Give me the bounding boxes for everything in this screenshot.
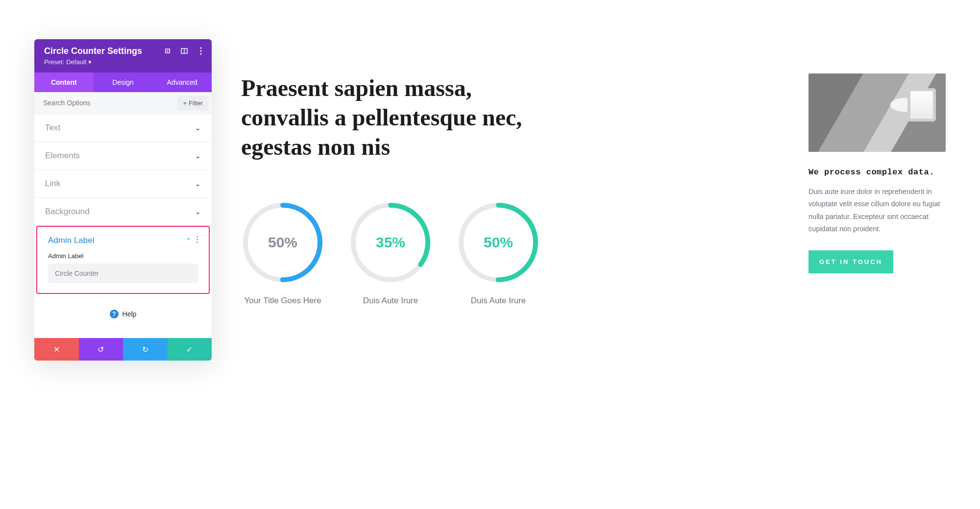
section-background[interactable]: Background ⌄: [34, 198, 212, 226]
preset-prefix: Preset:: [44, 58, 64, 66]
section-label: Link: [45, 179, 60, 189]
admin-label-input[interactable]: [48, 264, 198, 283]
get-in-touch-button[interactable]: GET IN TOUCH: [808, 250, 893, 273]
tab-advanced[interactable]: Advanced: [152, 73, 212, 92]
chevron-down-icon: ⌄: [195, 180, 201, 188]
svg-point-7: [196, 236, 198, 238]
filter-button[interactable]: + Filter: [177, 96, 209, 111]
redo-icon: ↻: [142, 345, 148, 354]
section-admin-label: Admin Label ⌃ Admin Label: [36, 226, 210, 294]
counter-value: 50%: [457, 201, 540, 284]
counter-ring: 35%: [349, 201, 432, 284]
settings-panel: Circle Counter Settings Preset: Default …: [34, 39, 212, 361]
sidebar-column: We process complex data. Duis aute irure…: [808, 73, 946, 306]
svg-point-4: [200, 47, 201, 48]
close-icon: ✕: [53, 345, 60, 354]
counter-ring: 50%: [457, 201, 540, 284]
section-label: Elements: [45, 151, 80, 161]
search-input[interactable]: [34, 92, 174, 114]
panel-header: Circle Counter Settings Preset: Default …: [34, 39, 212, 73]
admin-label-header[interactable]: Admin Label ⌃: [37, 227, 209, 249]
counter-title: Your Title Goes Here: [244, 296, 321, 306]
columns-icon[interactable]: [180, 47, 188, 55]
admin-label-heading: Admin Label: [48, 236, 95, 245]
help-icon: ?: [110, 310, 119, 318]
chevron-up-icon: ⌃: [186, 237, 192, 244]
chevron-down-icon: ⌄: [195, 208, 201, 216]
cancel-button[interactable]: ✕: [34, 338, 79, 361]
help-link[interactable]: ? Help: [34, 296, 212, 338]
undo-icon: ↺: [98, 345, 104, 354]
circle-counter: 50% Your Title Goes Here: [241, 201, 324, 306]
undo-button[interactable]: ↺: [79, 338, 123, 361]
section-label: Background: [45, 207, 90, 217]
counter-ring: 50%: [241, 201, 324, 284]
expand-icon[interactable]: [164, 47, 172, 55]
redo-button[interactable]: ↻: [123, 338, 168, 361]
page-heading: Praesent sapien massa, convallis a pelle…: [241, 73, 555, 162]
panel-tabs: Content Design Advanced: [34, 73, 212, 92]
section-elements[interactable]: Elements ⌄: [34, 142, 212, 170]
circle-counter: 50% Duis Aute Irure: [457, 201, 540, 306]
more-vert-icon[interactable]: [196, 236, 198, 245]
svg-point-6: [200, 53, 201, 54]
preset-selector[interactable]: Preset: Default ▾: [44, 58, 202, 66]
circle-counter: 35% Duis Aute Irure: [349, 201, 432, 306]
section-label: Text: [45, 123, 60, 133]
save-button[interactable]: ✓: [168, 338, 212, 361]
plus-icon: +: [183, 99, 187, 107]
counter-value: 50%: [241, 201, 324, 284]
check-icon: ✓: [186, 345, 193, 354]
counter-title: Duis Aute Irure: [363, 296, 418, 306]
tab-design[interactable]: Design: [94, 73, 153, 92]
filter-label: Filter: [189, 99, 203, 107]
section-text[interactable]: Text ⌄: [34, 114, 212, 142]
svg-point-8: [196, 239, 198, 241]
section-link[interactable]: Link ⌄: [34, 170, 212, 198]
hero-image: [808, 73, 946, 152]
preset-value: Default: [66, 58, 86, 66]
svg-point-9: [196, 242, 198, 243]
svg-point-5: [200, 50, 201, 51]
help-label: Help: [122, 310, 137, 318]
chevron-down-icon: ⌄: [195, 152, 201, 160]
counters-row: 50% Your Title Goes Here 35% Duis Aute I…: [241, 201, 779, 306]
admin-label-field-label: Admin Label: [48, 252, 198, 260]
sidebar-heading: We process complex data.: [808, 168, 946, 177]
page-content: Praesent sapien massa, convallis a pelle…: [241, 39, 946, 306]
more-vert-icon[interactable]: [197, 47, 205, 55]
counter-title: Duis Aute Irure: [471, 296, 526, 306]
chevron-down-icon: ⌄: [195, 124, 201, 132]
sidebar-paragraph: Duis aute irure dolor in reprehenderit i…: [808, 186, 946, 236]
tab-content[interactable]: Content: [34, 73, 94, 92]
counter-value: 35%: [349, 201, 432, 284]
caret-down-icon: ▾: [88, 58, 92, 66]
svg-point-1: [167, 50, 169, 52]
search-row: + Filter: [34, 92, 212, 114]
panel-footer: ✕ ↺ ↻ ✓: [34, 338, 212, 361]
